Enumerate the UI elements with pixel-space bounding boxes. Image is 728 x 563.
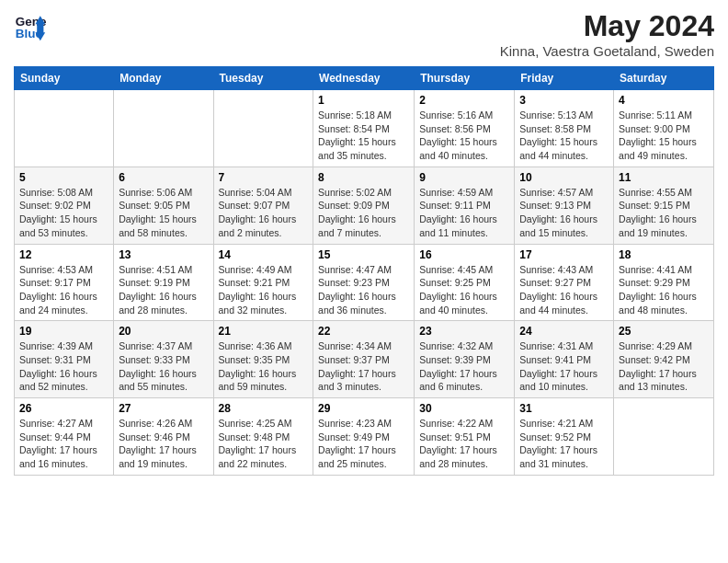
day-number: 29 [318,402,409,415]
calendar-cell: 20Sunrise: 4:37 AM Sunset: 9:33 PM Dayli… [114,321,213,398]
calendar-header-row: SundayMondayTuesdayWednesdayThursdayFrid… [15,67,714,90]
day-info: Sunrise: 4:51 AM Sunset: 9:19 PM Dayligh… [119,263,208,317]
calendar-day-header: Monday [114,67,213,90]
day-number: 1 [318,94,409,107]
day-number: 19 [19,325,108,338]
day-info: Sunrise: 5:04 AM Sunset: 9:07 PM Dayligh… [219,186,309,240]
day-info: Sunrise: 4:26 AM Sunset: 9:46 PM Dayligh… [119,417,208,471]
calendar-cell: 23Sunrise: 4:32 AM Sunset: 9:39 PM Dayli… [415,321,515,398]
page-header: General Blue May 2024 Kinna, Vaestra Goe… [14,9,714,59]
day-number: 16 [419,248,509,261]
day-info: Sunrise: 4:45 AM Sunset: 9:25 PM Dayligh… [419,263,509,317]
day-number: 11 [619,171,709,184]
calendar-cell: 30Sunrise: 4:22 AM Sunset: 9:51 PM Dayli… [415,398,515,476]
day-number: 2 [419,94,509,107]
calendar-cell: 19Sunrise: 4:39 AM Sunset: 9:31 PM Dayli… [15,321,114,398]
day-info: Sunrise: 5:06 AM Sunset: 9:05 PM Dayligh… [119,186,208,240]
day-number: 27 [119,402,208,415]
calendar-cell: 24Sunrise: 4:31 AM Sunset: 9:41 PM Dayli… [515,321,614,398]
calendar-cell: 8Sunrise: 5:02 AM Sunset: 9:09 PM Daylig… [313,167,415,244]
title-area: May 2024 Kinna, Vaestra Goetaland, Swede… [500,9,714,59]
calendar-week-row: 1Sunrise: 5:18 AM Sunset: 8:54 PM Daylig… [15,90,714,167]
day-info: Sunrise: 4:21 AM Sunset: 9:52 PM Dayligh… [519,417,609,471]
day-info: Sunrise: 4:59 AM Sunset: 9:11 PM Dayligh… [419,186,509,240]
calendar-cell: 2Sunrise: 5:16 AM Sunset: 8:56 PM Daylig… [415,90,515,167]
day-info: Sunrise: 4:49 AM Sunset: 9:21 PM Dayligh… [219,263,309,317]
calendar-week-row: 12Sunrise: 4:53 AM Sunset: 9:17 PM Dayli… [15,244,714,321]
day-info: Sunrise: 4:36 AM Sunset: 9:35 PM Dayligh… [219,339,309,394]
calendar-cell: 14Sunrise: 4:49 AM Sunset: 9:21 PM Dayli… [213,244,313,321]
calendar-cell: 12Sunrise: 4:53 AM Sunset: 9:17 PM Dayli… [15,244,114,321]
day-number: 3 [519,94,609,107]
day-number: 8 [318,171,409,184]
day-info: Sunrise: 4:55 AM Sunset: 9:15 PM Dayligh… [619,186,709,240]
calendar-cell: 4Sunrise: 5:11 AM Sunset: 9:00 PM Daylig… [614,90,714,167]
calendar-day-header: Saturday [614,67,714,90]
day-info: Sunrise: 4:29 AM Sunset: 9:42 PM Dayligh… [619,339,709,394]
calendar-day-header: Friday [515,67,614,90]
day-number: 26 [19,402,108,415]
day-number: 6 [119,171,208,184]
location-title: Kinna, Vaestra Goetaland, Sweden [500,43,714,59]
calendar-cell: 25Sunrise: 4:29 AM Sunset: 9:42 PM Dayli… [614,321,714,398]
calendar-cell: 3Sunrise: 5:13 AM Sunset: 8:58 PM Daylig… [515,90,614,167]
day-number: 21 [219,325,309,338]
calendar-cell: 6Sunrise: 5:06 AM Sunset: 9:05 PM Daylig… [114,167,213,244]
calendar-cell: 10Sunrise: 4:57 AM Sunset: 9:13 PM Dayli… [515,167,614,244]
calendar-cell [213,90,313,167]
calendar-cell: 26Sunrise: 4:27 AM Sunset: 9:44 PM Dayli… [15,398,114,476]
day-number: 30 [419,402,509,415]
day-info: Sunrise: 5:18 AM Sunset: 8:54 PM Dayligh… [318,109,409,163]
day-number: 13 [119,248,208,261]
calendar-cell: 28Sunrise: 4:25 AM Sunset: 9:48 PM Dayli… [213,398,313,476]
calendar-cell: 5Sunrise: 5:08 AM Sunset: 9:02 PM Daylig… [15,167,114,244]
day-number: 17 [519,248,609,261]
day-number: 7 [219,171,309,184]
calendar-cell: 31Sunrise: 4:21 AM Sunset: 9:52 PM Dayli… [515,398,614,476]
day-number: 10 [519,171,609,184]
calendar-cell: 9Sunrise: 4:59 AM Sunset: 9:11 PM Daylig… [415,167,515,244]
day-number: 22 [318,325,409,338]
calendar-week-row: 26Sunrise: 4:27 AM Sunset: 9:44 PM Dayli… [15,398,714,476]
calendar-week-row: 19Sunrise: 4:39 AM Sunset: 9:31 PM Dayli… [15,321,714,398]
day-info: Sunrise: 4:34 AM Sunset: 9:37 PM Dayligh… [318,339,409,394]
day-info: Sunrise: 4:41 AM Sunset: 9:29 PM Dayligh… [619,263,709,317]
day-number: 15 [318,248,409,261]
day-info: Sunrise: 5:13 AM Sunset: 8:58 PM Dayligh… [519,109,609,163]
day-number: 20 [119,325,208,338]
day-info: Sunrise: 5:02 AM Sunset: 9:09 PM Dayligh… [318,186,409,240]
day-number: 23 [419,325,509,338]
day-info: Sunrise: 4:57 AM Sunset: 9:13 PM Dayligh… [519,186,609,240]
day-info: Sunrise: 5:08 AM Sunset: 9:02 PM Dayligh… [19,186,108,240]
calendar-cell: 17Sunrise: 4:43 AM Sunset: 9:27 PM Dayli… [515,244,614,321]
day-number: 12 [19,248,108,261]
calendar-day-header: Thursday [415,67,515,90]
day-number: 24 [519,325,609,338]
day-number: 9 [419,171,509,184]
day-number: 5 [19,171,108,184]
day-info: Sunrise: 4:39 AM Sunset: 9:31 PM Dayligh… [19,339,108,394]
calendar-cell: 1Sunrise: 5:18 AM Sunset: 8:54 PM Daylig… [313,90,415,167]
day-info: Sunrise: 4:53 AM Sunset: 9:17 PM Dayligh… [19,263,108,317]
day-info: Sunrise: 4:37 AM Sunset: 9:33 PM Dayligh… [119,339,208,394]
day-info: Sunrise: 4:32 AM Sunset: 9:39 PM Dayligh… [419,339,509,394]
calendar-table: SundayMondayTuesdayWednesdayThursdayFrid… [14,66,714,476]
calendar-day-header: Wednesday [313,67,415,90]
calendar-day-header: Sunday [15,67,114,90]
day-info: Sunrise: 4:43 AM Sunset: 9:27 PM Dayligh… [519,263,609,317]
day-info: Sunrise: 4:25 AM Sunset: 9:48 PM Dayligh… [219,417,309,471]
day-info: Sunrise: 4:23 AM Sunset: 9:49 PM Dayligh… [318,417,409,471]
day-number: 14 [219,248,309,261]
calendar-cell: 29Sunrise: 4:23 AM Sunset: 9:49 PM Dayli… [313,398,415,476]
day-number: 28 [219,402,309,415]
calendar-cell: 11Sunrise: 4:55 AM Sunset: 9:15 PM Dayli… [614,167,714,244]
calendar-cell: 13Sunrise: 4:51 AM Sunset: 9:19 PM Dayli… [114,244,213,321]
day-info: Sunrise: 5:11 AM Sunset: 9:00 PM Dayligh… [619,109,709,163]
day-number: 4 [619,94,709,107]
calendar-cell: 16Sunrise: 4:45 AM Sunset: 9:25 PM Dayli… [415,244,515,321]
day-info: Sunrise: 4:31 AM Sunset: 9:41 PM Dayligh… [519,339,609,394]
day-info: Sunrise: 4:27 AM Sunset: 9:44 PM Dayligh… [19,417,108,471]
calendar-cell: 27Sunrise: 4:26 AM Sunset: 9:46 PM Dayli… [114,398,213,476]
calendar-cell: 22Sunrise: 4:34 AM Sunset: 9:37 PM Dayli… [313,321,415,398]
calendar-cell: 21Sunrise: 4:36 AM Sunset: 9:35 PM Dayli… [213,321,313,398]
